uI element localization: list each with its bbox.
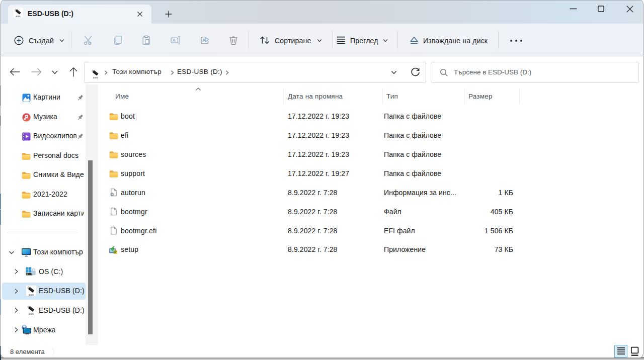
svg-text:ADATA: ADATA [29, 313, 34, 315]
svg-text:ADATA: ADATA [29, 294, 34, 296]
svg-text:ADATA: ADATA [93, 77, 98, 79]
svg-text:ADATA: ADATA [16, 16, 21, 18]
